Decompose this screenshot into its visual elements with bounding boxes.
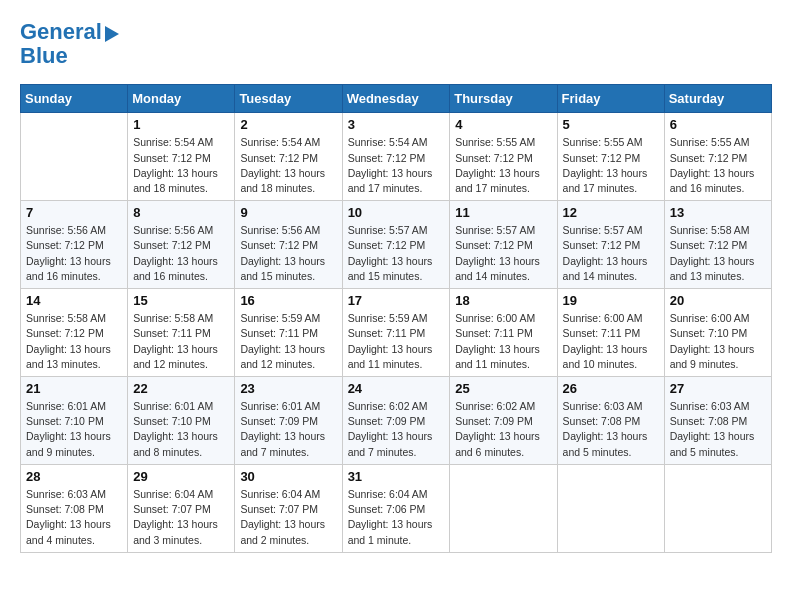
day-info-line: Sunset: 7:12 PM: [26, 239, 104, 251]
calendar-cell: 16Sunrise: 5:59 AMSunset: 7:11 PMDayligh…: [235, 289, 342, 377]
day-info-line: Sunset: 7:12 PM: [348, 152, 426, 164]
day-info: Sunrise: 6:01 AMSunset: 7:10 PMDaylight:…: [26, 399, 122, 460]
day-info-line: and 17 minutes.: [563, 182, 638, 194]
day-info-line: and 18 minutes.: [240, 182, 315, 194]
calendar-cell: 11Sunrise: 5:57 AMSunset: 7:12 PMDayligh…: [450, 201, 557, 289]
calendar-cell: [450, 464, 557, 552]
day-info-line: Daylight: 13 hours: [563, 430, 648, 442]
day-info-line: Sunset: 7:10 PM: [26, 415, 104, 427]
day-info: Sunrise: 5:59 AMSunset: 7:11 PMDaylight:…: [348, 311, 445, 372]
day-info-line: Daylight: 13 hours: [348, 518, 433, 530]
day-number: 19: [563, 293, 659, 308]
day-info-line: Sunrise: 6:03 AM: [26, 488, 106, 500]
day-info-line: Sunrise: 6:04 AM: [348, 488, 428, 500]
day-info: Sunrise: 6:02 AMSunset: 7:09 PMDaylight:…: [348, 399, 445, 460]
day-info-line: Sunset: 7:10 PM: [670, 327, 748, 339]
day-info-line: Sunrise: 5:59 AM: [240, 312, 320, 324]
day-info-line: Sunset: 7:10 PM: [133, 415, 211, 427]
day-info: Sunrise: 5:58 AMSunset: 7:12 PMDaylight:…: [670, 223, 766, 284]
day-info-line: and 7 minutes.: [348, 446, 417, 458]
day-number: 29: [133, 469, 229, 484]
day-info-line: Daylight: 13 hours: [348, 430, 433, 442]
calendar-cell: 14Sunrise: 5:58 AMSunset: 7:12 PMDayligh…: [21, 289, 128, 377]
weekday-header-monday: Monday: [128, 85, 235, 113]
day-number: 8: [133, 205, 229, 220]
weekday-header-saturday: Saturday: [664, 85, 771, 113]
day-info-line: and 2 minutes.: [240, 534, 309, 546]
day-info: Sunrise: 5:56 AMSunset: 7:12 PMDaylight:…: [240, 223, 336, 284]
day-info-line: Daylight: 13 hours: [455, 343, 540, 355]
calendar-week-row: 1Sunrise: 5:54 AMSunset: 7:12 PMDaylight…: [21, 113, 772, 201]
day-number: 9: [240, 205, 336, 220]
day-number: 28: [26, 469, 122, 484]
day-info-line: Sunset: 7:12 PM: [348, 239, 426, 251]
day-number: 23: [240, 381, 336, 396]
day-info-line: Daylight: 13 hours: [133, 518, 218, 530]
day-info-line: Sunset: 7:06 PM: [348, 503, 426, 515]
day-info: Sunrise: 5:56 AMSunset: 7:12 PMDaylight:…: [133, 223, 229, 284]
day-info-line: Daylight: 13 hours: [670, 167, 755, 179]
day-info-line: and 14 minutes.: [455, 270, 530, 282]
calendar-cell: 12Sunrise: 5:57 AMSunset: 7:12 PMDayligh…: [557, 201, 664, 289]
day-number: 13: [670, 205, 766, 220]
day-info-line: Sunrise: 5:54 AM: [133, 136, 213, 148]
day-info-line: Sunset: 7:08 PM: [563, 415, 641, 427]
day-info-line: Sunrise: 5:58 AM: [133, 312, 213, 324]
day-info-line: Sunset: 7:11 PM: [240, 327, 318, 339]
day-info-line: Daylight: 13 hours: [26, 430, 111, 442]
day-info-line: Sunset: 7:11 PM: [563, 327, 641, 339]
day-info-line: and 17 minutes.: [455, 182, 530, 194]
day-info-line: Daylight: 13 hours: [26, 255, 111, 267]
page-header: General Blue: [20, 20, 772, 68]
day-info-line: Daylight: 13 hours: [563, 255, 648, 267]
calendar-cell: 7Sunrise: 5:56 AMSunset: 7:12 PMDaylight…: [21, 201, 128, 289]
day-number: 5: [563, 117, 659, 132]
day-info-line: and 9 minutes.: [26, 446, 95, 458]
day-info-line: Daylight: 13 hours: [670, 255, 755, 267]
day-info-line: Daylight: 13 hours: [133, 430, 218, 442]
day-number: 12: [563, 205, 659, 220]
day-info-line: Sunrise: 6:03 AM: [563, 400, 643, 412]
day-info: Sunrise: 6:01 AMSunset: 7:10 PMDaylight:…: [133, 399, 229, 460]
calendar-cell: 8Sunrise: 5:56 AMSunset: 7:12 PMDaylight…: [128, 201, 235, 289]
calendar-cell: 17Sunrise: 5:59 AMSunset: 7:11 PMDayligh…: [342, 289, 450, 377]
day-info: Sunrise: 6:00 AMSunset: 7:11 PMDaylight:…: [455, 311, 551, 372]
day-info: Sunrise: 5:55 AMSunset: 7:12 PMDaylight:…: [670, 135, 766, 196]
logo: General Blue: [20, 20, 119, 68]
day-info-line: and 5 minutes.: [670, 446, 739, 458]
day-info-line: Sunrise: 5:58 AM: [670, 224, 750, 236]
day-number: 14: [26, 293, 122, 308]
day-info-line: Daylight: 13 hours: [240, 167, 325, 179]
calendar-cell: 10Sunrise: 5:57 AMSunset: 7:12 PMDayligh…: [342, 201, 450, 289]
day-info-line: Daylight: 13 hours: [348, 255, 433, 267]
day-info-line: Sunrise: 6:00 AM: [563, 312, 643, 324]
calendar-cell: 13Sunrise: 5:58 AMSunset: 7:12 PMDayligh…: [664, 201, 771, 289]
day-info-line: and 18 minutes.: [133, 182, 208, 194]
day-info: Sunrise: 6:03 AMSunset: 7:08 PMDaylight:…: [26, 487, 122, 548]
day-info-line: Daylight: 13 hours: [670, 430, 755, 442]
day-info: Sunrise: 6:04 AMSunset: 7:07 PMDaylight:…: [133, 487, 229, 548]
day-info-line: Sunset: 7:12 PM: [133, 239, 211, 251]
calendar-cell: [664, 464, 771, 552]
day-info-line: and 11 minutes.: [455, 358, 530, 370]
weekday-header-wednesday: Wednesday: [342, 85, 450, 113]
day-info-line: Daylight: 13 hours: [240, 430, 325, 442]
day-info-line: Sunrise: 6:01 AM: [26, 400, 106, 412]
day-number: 16: [240, 293, 336, 308]
day-info-line: Sunrise: 6:01 AM: [133, 400, 213, 412]
calendar-cell: 25Sunrise: 6:02 AMSunset: 7:09 PMDayligh…: [450, 377, 557, 465]
calendar-week-row: 14Sunrise: 5:58 AMSunset: 7:12 PMDayligh…: [21, 289, 772, 377]
day-info-line: Daylight: 13 hours: [455, 167, 540, 179]
day-info-line: Daylight: 13 hours: [240, 518, 325, 530]
day-info-line: Sunset: 7:07 PM: [133, 503, 211, 515]
day-info-line: Sunrise: 5:56 AM: [240, 224, 320, 236]
day-info-line: Sunrise: 6:00 AM: [670, 312, 750, 324]
calendar-cell: 19Sunrise: 6:00 AMSunset: 7:11 PMDayligh…: [557, 289, 664, 377]
day-number: 25: [455, 381, 551, 396]
day-info: Sunrise: 5:57 AMSunset: 7:12 PMDaylight:…: [455, 223, 551, 284]
day-number: 27: [670, 381, 766, 396]
day-info-line: Sunset: 7:12 PM: [670, 239, 748, 251]
calendar-cell: 2Sunrise: 5:54 AMSunset: 7:12 PMDaylight…: [235, 113, 342, 201]
day-info-line: Daylight: 13 hours: [133, 255, 218, 267]
weekday-header-sunday: Sunday: [21, 85, 128, 113]
